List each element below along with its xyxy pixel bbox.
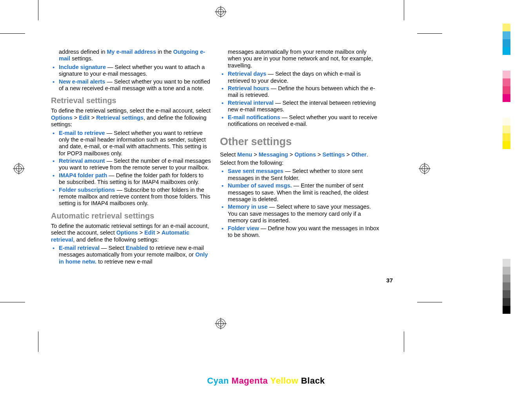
text: >: [316, 151, 323, 158]
term: Retrieval days: [228, 71, 266, 77]
crop-mark: [404, 331, 404, 352]
term: E-mail to retrieve: [59, 130, 105, 136]
text: — Select: [100, 245, 126, 251]
black-label: Black: [301, 376, 325, 386]
term: Retrieval hours: [228, 85, 269, 91]
term: Other: [351, 151, 367, 158]
text: >: [345, 151, 352, 158]
magenta-label: Magenta: [232, 376, 268, 386]
paragraph: To define the retrieval settings, select…: [51, 107, 211, 128]
registration-mark-icon: [215, 6, 227, 18]
cyan-label: Cyan: [207, 376, 229, 386]
list-item: E-mail notifications — Select whether yo…: [220, 114, 380, 128]
grey-bars: [503, 259, 510, 314]
crop-mark: [0, 302, 25, 302]
list-item: E-mail to retrieve — Select whether you …: [51, 130, 211, 157]
list: Retrieval days — Select the days on whic…: [220, 71, 380, 127]
color-bars: [503, 24, 510, 149]
list-item: Retrieval hours — Define the hours betwe…: [220, 85, 380, 99]
text: To define the retrieval settings, select…: [51, 107, 211, 114]
term: Edit: [79, 115, 89, 121]
list: E-mail retrieval — Select Enabled to ret…: [51, 245, 211, 265]
term: Include signature: [59, 64, 106, 70]
term: New e-mail alerts: [59, 78, 105, 85]
crop-mark: [0, 33, 25, 34]
intro-paragraph: address defined in My e-mail address in …: [51, 49, 211, 62]
list-item: E-mail retrieval — Select Enabled to ret…: [51, 245, 211, 265]
column-left: address defined in My e-mail address in …: [51, 47, 211, 267]
list-item: Save sent messages — Select whether to s…: [220, 168, 380, 182]
list-item: IMAP4 folder path — Define the folder pa…: [51, 172, 211, 186]
yellow-label: Yellow: [271, 376, 298, 386]
text: >: [90, 115, 96, 121]
term: Retrieval interval: [228, 100, 274, 106]
crop-mark: [38, 0, 38, 20]
list-item: Include signature — Select whether you w…: [51, 64, 211, 78]
term: Settings: [323, 151, 345, 158]
list-item: Retrieval days — Select the days on whic…: [220, 71, 380, 84]
text: , and define the following settings:: [73, 237, 158, 243]
term: Folder subscriptions: [59, 187, 115, 193]
term: Memory in use: [228, 204, 268, 210]
crop-mark: [38, 331, 38, 352]
term: Retrieval amount: [59, 158, 105, 164]
list: E-mail to retrieve — Select whether you …: [51, 130, 211, 207]
paragraph: messages automatically from your remote …: [220, 49, 380, 69]
registration-mark-icon: [13, 163, 25, 175]
text: .: [367, 151, 368, 158]
term: Menu: [237, 151, 252, 158]
column-right: messages automatically from your remote …: [220, 47, 380, 267]
crop-mark: [417, 302, 442, 302]
cmyk-label: Cyan Magenta Yellow Black: [0, 376, 532, 386]
registration-mark-icon: [215, 318, 227, 329]
term: E-mail retrieval: [59, 245, 100, 251]
text: >: [138, 229, 145, 236]
term: Number of saved msgs.: [228, 182, 292, 189]
registration-mark-icon: [419, 163, 430, 175]
list-item: Memory in use — Select where to save you…: [220, 204, 380, 224]
page-number: 37: [386, 277, 393, 284]
term: Options: [294, 151, 316, 158]
paragraph: To define the automatic retrieval settin…: [51, 223, 211, 243]
term: Messaging: [259, 151, 288, 158]
term: Options: [116, 229, 138, 236]
text: Select: [220, 151, 237, 158]
heading-other-settings: Other settings: [220, 135, 380, 148]
list-item: New e-mail alerts — Select whether you w…: [51, 78, 211, 92]
text: >: [288, 151, 295, 158]
list-item: Folder subscriptions — Subscribe to othe…: [51, 187, 211, 207]
text: >: [252, 151, 259, 158]
list-item: Folder view — Define how you want the me…: [220, 225, 380, 239]
term: My e-mail address: [107, 49, 156, 55]
text: >: [155, 229, 162, 236]
heading-auto-retrieval: Automatic retrieval settings: [51, 211, 211, 220]
crop-mark: [417, 33, 442, 34]
list-item: Number of saved msgs. — Enter the number…: [220, 182, 380, 203]
heading-retrieval-settings: Retrieval settings: [51, 96, 211, 105]
text: to retrieve new e-mail: [96, 258, 153, 265]
term: E-mail notifications: [228, 114, 280, 120]
list: Save sent messages — Select whether to s…: [220, 168, 380, 238]
term: Options: [51, 115, 73, 121]
list-item: Retrieval amount — Select the number of …: [51, 158, 211, 171]
paragraph: Select Menu > Messaging > Options > Sett…: [220, 151, 380, 158]
list: Include signature — Select whether you w…: [51, 64, 211, 92]
term: Folder view: [228, 225, 259, 231]
term: Retrieval settings: [96, 115, 143, 121]
term: Edit: [144, 229, 155, 236]
paragraph: Select from the following:: [220, 160, 380, 166]
text: >: [73, 115, 79, 121]
list-item: Retrieval interval — Select the interval…: [220, 100, 380, 113]
text: in the: [156, 49, 173, 55]
term: IMAP4 folder path: [59, 172, 107, 178]
term: Save sent messages: [228, 168, 283, 174]
text: settings.: [70, 55, 93, 62]
page-content: address defined in My e-mail address in …: [51, 47, 380, 267]
crop-mark: [404, 0, 404, 20]
term: Enabled: [126, 245, 148, 251]
text: address defined in: [59, 49, 107, 55]
